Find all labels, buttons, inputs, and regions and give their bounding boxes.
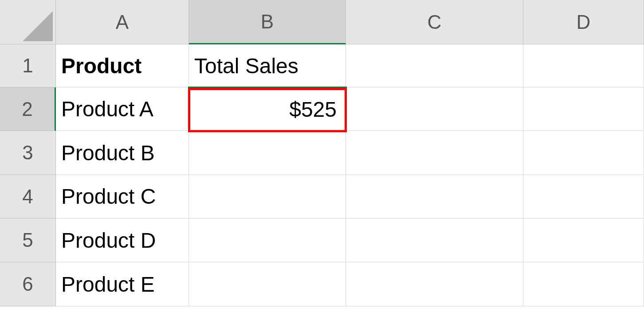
row-header-4[interactable]: 4 [0,175,56,218]
cell-c4[interactable] [346,175,523,218]
cell-a5[interactable]: Product D [56,218,189,262]
cell-a4[interactable]: Product C [56,175,189,218]
cell-d1[interactable] [523,44,644,87]
cell-a6[interactable]: Product E [56,262,189,306]
cell-b6[interactable] [189,262,346,306]
cell-d2[interactable] [523,87,644,131]
cell-c3[interactable] [346,131,523,175]
column-header-c[interactable]: C [346,0,523,44]
select-all-corner[interactable] [0,0,56,44]
spreadsheet-grid: A B C D 1 Product Total Sales 2 Product … [0,0,644,306]
column-header-b[interactable]: B [189,0,346,44]
cell-d4[interactable] [523,175,644,218]
select-all-triangle-icon [23,11,53,41]
cell-b5[interactable] [189,218,346,262]
cell-b2[interactable]: $525 [188,87,347,132]
row-header-3[interactable]: 3 [0,131,56,175]
cell-c5[interactable] [346,218,523,262]
row-header-1[interactable]: 1 [0,44,56,87]
cell-c6[interactable] [346,262,523,306]
cell-b1[interactable]: Total Sales [189,44,346,87]
cell-c2[interactable] [346,87,523,131]
cell-a1[interactable]: Product [56,44,189,87]
cell-d5[interactable] [523,218,644,262]
column-header-d[interactable]: D [523,0,644,44]
cell-d6[interactable] [523,262,644,306]
row-header-5[interactable]: 5 [0,218,56,262]
row-header-2[interactable]: 2 [0,87,56,131]
column-header-a[interactable]: A [56,0,189,44]
cell-a2[interactable]: Product A [56,87,189,131]
row-header-6[interactable]: 6 [0,262,56,306]
cell-b3[interactable] [189,131,346,175]
cell-a3[interactable]: Product B [56,131,189,175]
cell-d3[interactable] [523,131,644,175]
cell-b4[interactable] [189,175,346,218]
cell-c1[interactable] [346,44,523,87]
